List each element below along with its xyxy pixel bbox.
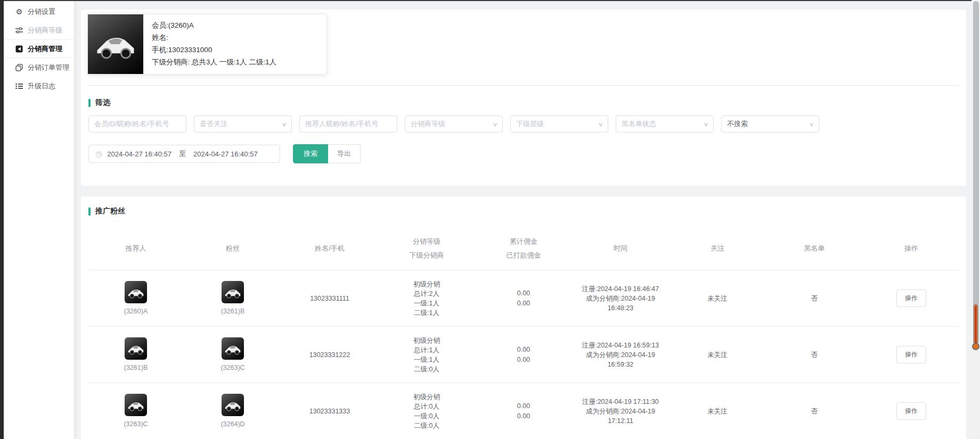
blacklist-cell: 否 bbox=[766, 383, 863, 439]
sidebar-nav: ⚙分销设置分销商等级分销商管理分销订单管理升级日志 bbox=[4, 0, 75, 439]
main-content: 会员:(3260)A 姓名: 手机:13023331000 下级分销商: 总共3… bbox=[75, 0, 980, 439]
column-header-8: 操作 bbox=[863, 227, 960, 270]
column-header-2: 姓名/手机 bbox=[281, 227, 378, 270]
referrer-avatar bbox=[125, 281, 147, 303]
scroll-marker-thermometer-icon bbox=[972, 304, 979, 355]
fan-id-label: (3261)B bbox=[221, 307, 244, 316]
referrer-id-label: (3263)C bbox=[124, 419, 148, 429]
action-cell: 操作 bbox=[863, 327, 960, 383]
chevron-down-icon: ∨ bbox=[703, 121, 708, 127]
filter-input-0[interactable]: 会员ID/昵称/姓名/手机号 bbox=[88, 115, 186, 132]
row-action-button[interactable]: 操作 bbox=[896, 402, 926, 420]
sidebar-item-label: 分销商等级 bbox=[28, 26, 62, 35]
accent-bar bbox=[88, 99, 91, 107]
date-range-picker[interactable]: ◷ 2024-04-27 16:40:57 至 2024-04-27 16:40… bbox=[88, 145, 280, 163]
placeholder-text: 是否关注 bbox=[200, 119, 282, 129]
sidebar-item-label: 分销商管理 bbox=[28, 44, 62, 54]
scrollbar-thumb[interactable] bbox=[973, 1, 979, 344]
log-icon bbox=[15, 82, 23, 90]
section-divider bbox=[87, 85, 960, 86]
referrer-avatar bbox=[125, 337, 147, 360]
fans-section-title: 推广粉丝 bbox=[88, 206, 960, 216]
gear-icon: ⚙ bbox=[15, 7, 23, 16]
fan-cell: (3261)B bbox=[184, 270, 281, 327]
level-cell: 初级分销总计:2人一级:1人二级:1人 bbox=[378, 270, 475, 327]
sidebar-item-2[interactable]: 分销商管理 bbox=[4, 39, 74, 58]
fans-table-card: 推广粉丝 推荐人粉丝姓名/手机分销等级下级分销商累计佣金已打款佣金时间关注黑名单… bbox=[81, 196, 966, 439]
chevron-down-icon: ∨ bbox=[808, 121, 814, 127]
commission-cell: 0.000.00 bbox=[475, 327, 572, 383]
follow-cell: 未关注 bbox=[669, 383, 766, 439]
member-name: 姓名: bbox=[152, 31, 276, 44]
referrer-cell: (3260)A bbox=[87, 270, 184, 327]
date-start-value[interactable]: 2024-04-27 16:40:57 bbox=[107, 150, 172, 158]
sidebar-item-label: 升级日志 bbox=[28, 81, 55, 91]
table-row-2: (3263)C(3264)D13023331333初级分销总计:0人一级:0人二… bbox=[87, 383, 960, 439]
column-header-3: 分销等级下级分销商 bbox=[378, 227, 475, 270]
chevron-down-icon: ∨ bbox=[598, 121, 603, 127]
action-cell: 操作 bbox=[863, 383, 960, 439]
fan-avatar bbox=[222, 281, 244, 303]
column-header-6: 关注 bbox=[669, 227, 766, 270]
filter-select-5[interactable]: 黑名单状态∨ bbox=[616, 115, 714, 132]
chevron-down-icon: ∨ bbox=[492, 121, 497, 127]
search-button[interactable]: 搜索 bbox=[293, 144, 328, 163]
sidebar-item-4[interactable]: 升级日志 bbox=[4, 77, 74, 95]
phone-cell: 13023331111 bbox=[281, 270, 378, 327]
phone-cell: 13023331222 bbox=[281, 327, 378, 383]
commission-cell: 0.000.00 bbox=[475, 383, 572, 439]
placeholder-text: 黑名单状态 bbox=[622, 119, 704, 129]
table-row-0: (3260)A(3261)B13023331111初级分销总计:2人一级:1人二… bbox=[87, 270, 960, 327]
export-button[interactable]: 导出 bbox=[328, 144, 361, 163]
row-action-button[interactable]: 操作 bbox=[896, 346, 926, 363]
filter-select-6[interactable]: 不搜索∨ bbox=[721, 115, 819, 132]
filter-input-2[interactable]: 推荐人昵称/姓名/手机号 bbox=[299, 115, 397, 132]
window-left-edge bbox=[0, 0, 4, 439]
member-subordinates: 下级分销商: 总共3人 一级:1人 二级:1人 bbox=[152, 56, 276, 68]
placeholder-text: 会员ID/昵称/姓名/手机号 bbox=[94, 119, 181, 129]
fan-cell: (3263)C bbox=[184, 327, 281, 383]
vertical-scrollbar[interactable] bbox=[971, 0, 980, 439]
time-cell: 注册:2024-04-19 16:46:47成为分销商:2024-04-19 1… bbox=[572, 270, 669, 327]
column-header-1: 粉丝 bbox=[184, 227, 281, 270]
column-header-7: 黑名单 bbox=[766, 227, 863, 270]
time-cell: 注册:2024-04-19 17:11:30成为分销商:2024-04-19 1… bbox=[572, 383, 669, 439]
date-separator: 至 bbox=[179, 149, 186, 159]
fan-id-label: (3264)D bbox=[220, 419, 244, 429]
time-cell: 注册:2024-04-19 16:59:13成为分销商:2024-04-19 1… bbox=[572, 327, 669, 383]
blacklist-cell: 否 bbox=[766, 270, 863, 327]
column-header-5: 时间 bbox=[572, 227, 669, 270]
filter-select-4[interactable]: 下级层级∨ bbox=[510, 115, 608, 132]
blacklist-cell: 否 bbox=[766, 327, 863, 383]
placeholder-text: 下级层级 bbox=[516, 119, 599, 129]
member-avatar bbox=[88, 14, 143, 74]
filter-select-3[interactable]: 分销商等级∨ bbox=[405, 115, 503, 132]
sidebar-item-label: 分销订单管理 bbox=[28, 63, 69, 72]
action-cell: 操作 bbox=[863, 270, 960, 327]
fan-id-label: (3263)C bbox=[220, 363, 244, 372]
sidebar-item-1[interactable]: 分销商等级 bbox=[4, 21, 74, 39]
column-header-0: 推荐人 bbox=[87, 227, 184, 270]
sidebar-item-0[interactable]: ⚙分销设置 bbox=[4, 2, 74, 21]
level-cell: 初级分销总计:0人一级:0人二级:0人 bbox=[378, 383, 475, 439]
filter-row: 会员ID/昵称/姓名/手机号是否关注∨推荐人昵称/姓名/手机号分销商等级∨下级层… bbox=[88, 115, 960, 132]
filter-section-title: 筛选 bbox=[88, 98, 960, 107]
member-info-box: 会员:(3260)A 姓名: 手机:13023331000 下级分销商: 总共3… bbox=[87, 14, 327, 74]
referrer-avatar bbox=[125, 394, 147, 416]
sidebar-item-3[interactable]: 分销订单管理 bbox=[4, 58, 74, 77]
row-action-button[interactable]: 操作 bbox=[896, 289, 926, 307]
column-header-4: 累计佣金已打款佣金 bbox=[475, 227, 572, 270]
referrer-id-label: (3260)A bbox=[124, 307, 148, 316]
level-cell: 初级分销总计:1人一级:1人二级:0人 bbox=[378, 327, 475, 383]
referrer-cell: (3263)C bbox=[87, 383, 184, 439]
fan-cell: (3264)D bbox=[184, 383, 281, 439]
selected-value: 不搜索 bbox=[727, 119, 810, 129]
share-icon bbox=[15, 45, 23, 53]
member-info-text: 会员:(3260)A 姓名: 手机:13023331000 下级分销商: 总共3… bbox=[143, 14, 285, 74]
date-actions-row: ◷ 2024-04-27 16:40:57 至 2024-04-27 16:40… bbox=[88, 144, 960, 163]
phone-cell: 13023331333 bbox=[281, 383, 378, 439]
fan-avatar bbox=[222, 337, 244, 360]
fans-title-label: 推广粉丝 bbox=[95, 206, 125, 216]
date-end-value[interactable]: 2024-04-27 16:40:57 bbox=[193, 150, 258, 158]
filter-select-1[interactable]: 是否关注∨ bbox=[194, 115, 292, 132]
